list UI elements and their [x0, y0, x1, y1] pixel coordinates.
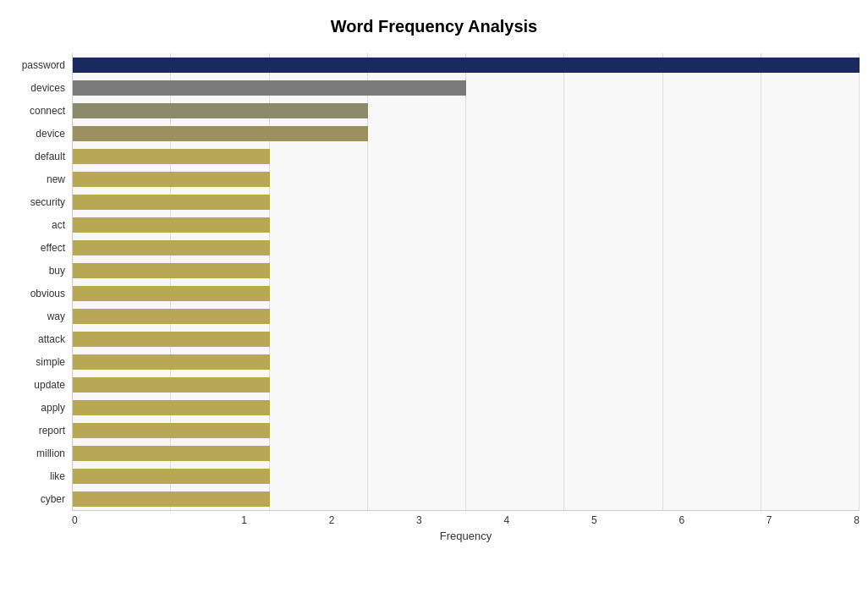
- y-axis: passworddevicesconnectdevicedefaultnewse…: [8, 53, 72, 511]
- bar-row: [73, 147, 860, 166]
- y-axis-label: effect: [41, 243, 65, 253]
- y-axis-label: million: [36, 448, 65, 458]
- y-axis-label: obvious: [30, 288, 65, 299]
- bar: [73, 103, 368, 118]
- x-axis-label: Frequency: [72, 530, 860, 542]
- grid-line: [564, 53, 662, 510]
- grid-line: [466, 53, 564, 510]
- x-tick: 3: [334, 514, 421, 526]
- bar-row: [73, 490, 860, 508]
- bar: [73, 469, 270, 484]
- x-tick: 8: [772, 514, 860, 526]
- x-axis: 012345678: [72, 511, 860, 526]
- bar-row: [73, 79, 860, 97]
- y-axis-label: way: [47, 311, 65, 321]
- y-axis-label: devices: [30, 83, 65, 93]
- y-axis-label: like: [50, 471, 65, 481]
- bar: [73, 491, 270, 507]
- x-tick: 0: [72, 514, 159, 526]
- chart-title: Word Frequency Analysis: [331, 17, 538, 36]
- bar-row: [73, 216, 860, 234]
- bar-row: [73, 307, 860, 326]
- y-axis-label: buy: [49, 266, 65, 276]
- bar-row: [73, 261, 860, 280]
- y-axis-label: new: [47, 174, 65, 184]
- y-axis-label: update: [34, 380, 65, 390]
- grid-line: [171, 53, 269, 510]
- bars-area: [72, 53, 860, 511]
- y-axis-label: act: [52, 220, 65, 230]
- bar-row: [73, 193, 860, 211]
- chart-container: passworddevicesconnectdevicedefaultnewse…: [8, 53, 860, 542]
- x-tick: 4: [422, 514, 509, 526]
- bar: [73, 263, 270, 278]
- bar: [73, 58, 860, 73]
- y-axis-label: simple: [36, 357, 65, 367]
- bar-row: [73, 170, 860, 189]
- bar: [73, 286, 270, 301]
- bar: [73, 80, 466, 96]
- x-tick: 1: [159, 514, 246, 526]
- bar-row: [73, 376, 860, 394]
- bar: [73, 172, 270, 187]
- y-axis-label: attack: [38, 334, 65, 344]
- bar: [73, 377, 270, 393]
- x-tick: 7: [684, 514, 772, 526]
- grid-line: [73, 53, 171, 510]
- bar: [73, 309, 270, 324]
- y-axis-label: connect: [30, 106, 65, 116]
- bar: [73, 400, 270, 415]
- grid-line: [761, 53, 860, 510]
- bar-row: [73, 330, 860, 349]
- bar: [73, 332, 270, 347]
- y-axis-label: apply: [41, 403, 65, 413]
- bar: [73, 446, 270, 461]
- y-axis-label: cyber: [41, 494, 65, 504]
- bar: [73, 217, 270, 233]
- grid-line: [368, 53, 466, 510]
- bar-row: [73, 353, 860, 371]
- chart-area: passworddevicesconnectdevicedefaultnewse…: [8, 53, 860, 511]
- grid-line: [663, 53, 761, 510]
- x-tick: 2: [247, 514, 334, 526]
- bar: [73, 126, 368, 141]
- y-axis-label: device: [36, 129, 65, 139]
- bar-row: [73, 124, 860, 143]
- y-axis-label: security: [30, 197, 65, 207]
- bar: [73, 354, 270, 370]
- y-axis-label: default: [35, 151, 65, 162]
- x-tick: 6: [597, 514, 684, 526]
- bar-row: [73, 467, 860, 486]
- bar-row: [73, 444, 860, 463]
- bar-row: [73, 102, 860, 120]
- bar: [73, 240, 270, 255]
- grid-lines: [73, 53, 860, 510]
- bar-row: [73, 398, 860, 417]
- bar: [73, 423, 270, 438]
- bar-row: [73, 284, 860, 303]
- grid-line: [270, 53, 368, 510]
- y-axis-label: password: [22, 60, 65, 70]
- y-axis-label: report: [39, 426, 65, 436]
- bar-row: [73, 421, 860, 440]
- bar: [73, 149, 270, 164]
- x-tick: 5: [509, 514, 596, 526]
- bar: [73, 195, 270, 210]
- bar-row: [73, 56, 860, 74]
- bar-row: [73, 239, 860, 257]
